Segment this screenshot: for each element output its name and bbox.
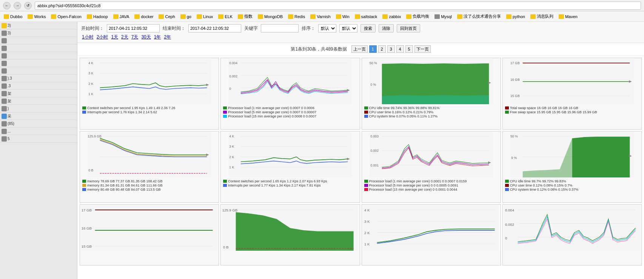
sidebar-item-9[interactable]: .3 <box>0 82 77 90</box>
sidebar-item-5[interactable] <box>0 52 77 60</box>
svg-text:4 K: 4 K <box>364 208 370 212</box>
sort-select1[interactable]: 默认 <box>318 24 336 32</box>
legend-color <box>505 180 509 183</box>
bookmark-label: Maven <box>565 14 578 19</box>
clear-button[interactable]: 清除 <box>379 24 394 32</box>
url-bar[interactable] <box>35 2 641 10</box>
bookmark-label: go <box>187 14 191 19</box>
sidebar-item-10[interactable]: 架 <box>0 90 77 97</box>
sidebar-item-7[interactable] <box>0 67 77 75</box>
folder-icon <box>197 14 202 19</box>
sidebar-item-14[interactable]: (85) <box>0 120 77 128</box>
keyword-input[interactable] <box>261 24 299 32</box>
end-label: 结束时间： <box>163 25 185 32</box>
page-2-button[interactable]: 2 <box>378 45 386 53</box>
bookmark-message[interactable]: 消息队列 <box>528 13 556 20</box>
sidebar-item-16[interactable]: 5 <box>0 135 77 143</box>
page-3-button[interactable]: 3 <box>387 45 395 53</box>
sidebar-item-3[interactable] <box>0 37 77 45</box>
sidebar-item-2[interactable]: 3) <box>0 29 77 37</box>
bookmark-redis[interactable]: Redis <box>286 14 307 20</box>
time-1y[interactable]: 1年 <box>153 34 162 40</box>
svg-text:0.002: 0.002 <box>505 222 514 227</box>
bookmark-hadoop[interactable]: Hadoop <box>85 14 110 20</box>
page-1-button[interactable]: 1 <box>369 45 377 53</box>
refresh-button[interactable]: ↺ <box>24 2 32 9</box>
chart-10-body: 125.9 GB 0 B <box>221 205 359 265</box>
sidebar-icon <box>2 76 7 81</box>
next-page-button[interactable]: 下一页 <box>414 45 431 53</box>
search-bar: 开始时间： 结束时间： 关键字 排序： 默认 默认 搜索 清除 回到首页 1小时 <box>77 22 644 43</box>
svg-text:0.001: 0.001 <box>370 163 379 167</box>
time-2d[interactable]: 2天 <box>120 34 129 40</box>
bookmark-mongodb[interactable]: MongoDB <box>256 14 285 20</box>
legend-color <box>505 106 509 109</box>
bookmark-ceph[interactable]: Ceph <box>156 14 177 20</box>
sidebar-icon <box>2 31 7 36</box>
bookmark-win[interactable]: Win <box>334 14 352 20</box>
bookmark-zhishu[interactable]: 指数 <box>236 13 255 20</box>
svg-text:9 %: 9 % <box>511 156 517 160</box>
svg-text:0.002: 0.002 <box>229 74 237 78</box>
sidebar-item-12[interactable]: ) <box>0 105 77 113</box>
chart-8-body: 50 % 9 % CPU idle time 99.7% 99.72% 99.8… <box>503 131 641 192</box>
time-2h[interactable]: 2小时 <box>96 34 109 40</box>
bookmark-zabbix[interactable]: zabbix <box>380 14 403 20</box>
bookmark-share[interactable]: 没了么技术通告分享 <box>455 13 503 20</box>
bookmark-fuzaijunheng[interactable]: 负载均衡 <box>404 13 431 20</box>
bookmark-elk[interactable]: ELK <box>216 14 235 20</box>
sidebar-icon <box>2 99 7 104</box>
sidebar-item-8[interactable]: ).3 <box>0 75 77 82</box>
chart-8-svg: 50 % 9 % <box>504 132 641 177</box>
time-1d[interactable]: 1天 <box>110 34 119 40</box>
time-1h[interactable]: 1小时 <box>81 34 94 40</box>
bookmark-maven[interactable]: Maven <box>556 14 580 20</box>
bookmark-dubbo[interactable]: Dubbo <box>2 14 25 20</box>
sidebar-item-4[interactable] <box>0 45 77 52</box>
start-time-input[interactable] <box>107 24 160 32</box>
sort-select2[interactable]: 默认 <box>339 24 357 32</box>
forward-button[interactable]: → <box>14 2 21 9</box>
bookmark-varnish[interactable]: Varnish <box>308 14 333 20</box>
sidebar-item-15[interactable]: ... <box>0 128 77 135</box>
bookmark-label: Mysql <box>441 14 452 19</box>
bookmark-saltstack[interactable]: saltstack <box>353 14 380 20</box>
bookmark-works[interactable]: Works <box>25 14 48 20</box>
bookmark-label: docker <box>141 14 153 19</box>
folder-icon <box>559 14 564 19</box>
chart-2-svg: 0.004 0.002 0 <box>222 59 359 104</box>
home-button[interactable]: 回到首页 <box>397 24 420 32</box>
bookmark-label: MongoDB <box>264 14 283 19</box>
folder-icon <box>28 14 33 19</box>
bookmark-mysql[interactable]: Mysql <box>432 14 454 20</box>
legend-color <box>223 184 227 187</box>
time-30d[interactable]: 30天 <box>140 34 151 40</box>
end-time-input[interactable] <box>188 24 241 32</box>
bookmark-go[interactable]: go <box>178 14 194 20</box>
bookmark-java[interactable]: JAVA <box>111 14 132 20</box>
search-button[interactable]: 搜索 <box>361 24 376 32</box>
bookmark-python[interactable]: python <box>504 14 527 20</box>
legend-color <box>505 111 509 114</box>
sidebar-item-1[interactable]: 3) <box>0 22 77 29</box>
sidebar-item-13[interactable]: 采 <box>0 113 77 120</box>
chart-1-svg: 4 K 3 K 2 K 1 K <box>81 59 218 104</box>
legend-color <box>223 180 227 183</box>
bookmark-open-falcon[interactable]: Open-Falcon <box>49 14 84 20</box>
svg-text:0.004: 0.004 <box>505 208 515 212</box>
sidebar-item-11[interactable]: 架 <box>0 97 77 105</box>
bookmark-docker[interactable]: docker <box>132 14 156 20</box>
page-5-button[interactable]: 5 <box>405 45 413 53</box>
prev-page-button[interactable]: 上一页 <box>351 45 368 53</box>
bookmark-linux[interactable]: Linux <box>194 14 215 20</box>
chart-9-svg: 17 GB 16 GB 15 GB <box>81 205 218 251</box>
time-2y[interactable]: 2年 <box>163 34 172 40</box>
bookmark-label: saltstack <box>361 14 377 19</box>
folder-icon <box>159 14 164 19</box>
sidebar-item-6[interactable] <box>0 60 77 67</box>
page-4-button[interactable]: 4 <box>396 45 404 53</box>
chart-12: 0.004 0.002 0 <box>502 204 642 265</box>
chart-4: 17 GB 16 GB 15 GB Total swap space 16 GB… <box>502 58 642 129</box>
back-button[interactable]: ← <box>3 2 11 9</box>
time-7d[interactable]: 7天 <box>131 34 139 40</box>
